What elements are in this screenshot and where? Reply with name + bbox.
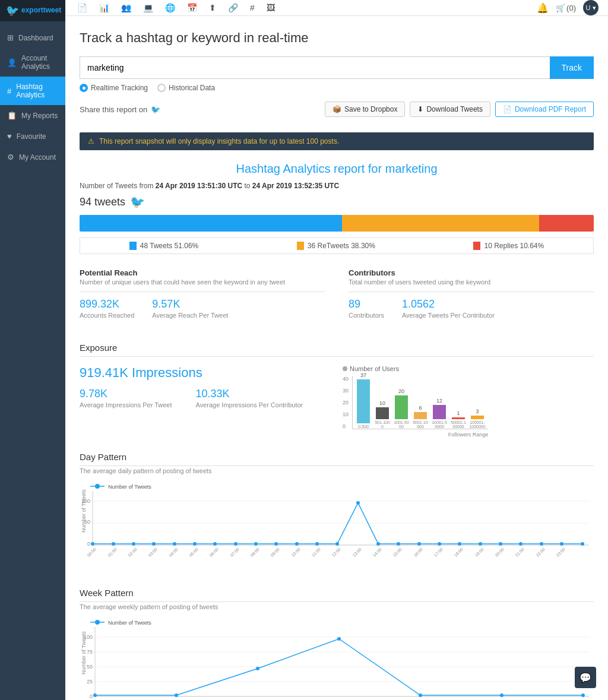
retweets-legend-label: 36 ReTweets 38.30% xyxy=(308,242,375,250)
tweets-legend: 48 Tweets 51.06% xyxy=(129,242,199,250)
date-range: Number of Tweets from 24 Apr 2019 13:51:… xyxy=(80,182,594,190)
svg-point-17 xyxy=(193,542,197,546)
svg-point-16 xyxy=(173,542,176,546)
download-tweets-button[interactable]: ⬇ Download Tweets xyxy=(410,102,490,117)
contributors-count: 89 Contributors xyxy=(349,298,384,319)
impressions-number: 919.41K xyxy=(80,365,128,380)
notification-bell-icon[interactable]: 🔔 xyxy=(537,2,549,14)
svg-text:75: 75 xyxy=(87,649,93,655)
svg-point-24 xyxy=(335,542,339,546)
nav-upload-icon[interactable]: ⬆ xyxy=(207,1,218,15)
tracking-options: Realtime Tracking Historical Data xyxy=(80,84,594,92)
realtime-radio[interactable] xyxy=(80,84,88,92)
stats-section: Potential Reach Number of unique users t… xyxy=(80,268,594,328)
contributors-title: Contributors xyxy=(349,268,594,277)
historical-tracking-option[interactable]: Historical Data xyxy=(157,84,215,92)
account-icon: 👤 xyxy=(7,58,17,67)
svg-text:12:00: 12:00 xyxy=(331,547,341,557)
pdf-icon: 📄 xyxy=(503,105,512,113)
nav-calendar-icon[interactable]: 📅 xyxy=(185,1,200,15)
cart-button[interactable]: 🛒 (0) xyxy=(556,4,576,12)
svg-point-34 xyxy=(540,542,543,546)
nav-image-icon[interactable]: 🖼 xyxy=(264,1,277,15)
avg-impressions-tweet-label: Average Impressions Per Tweet xyxy=(80,401,172,408)
nav-hash-icon[interactable]: # xyxy=(248,1,257,15)
avatar[interactable]: U ▾ xyxy=(583,0,598,15)
nav-right: 🔔 🛒 (0) U ▾ xyxy=(537,0,598,15)
search-input[interactable] xyxy=(80,56,550,79)
track-button[interactable]: Track xyxy=(550,56,594,79)
svg-text:15:00: 15:00 xyxy=(392,547,403,557)
download-icon: ⬇ xyxy=(417,105,423,113)
bar-value: 1 xyxy=(457,410,460,416)
action-buttons: 📦 Save to Dropbox ⬇ Download Tweets 📄 Do… xyxy=(325,102,594,117)
bar-rect xyxy=(433,405,446,419)
sidebar: 🐦 exporttweet ⊞ Dashboard 👤 Account Anal… xyxy=(0,0,65,700)
sidebar-item-hashtag-analytics[interactable]: # Hashtag Analytics xyxy=(0,77,65,105)
sidebar-label-dashboard: Dashboard xyxy=(18,34,53,42)
nav-globe-icon[interactable]: 🌐 xyxy=(163,1,178,15)
impressions-label: Impressions xyxy=(132,365,202,380)
sidebar-item-dashboard[interactable]: ⊞ Dashboard xyxy=(0,27,65,48)
nav-monitor-icon[interactable]: 💻 xyxy=(141,1,156,15)
avg-reach-label: Average Reach Per Tweet xyxy=(152,312,228,319)
bar-label: 50001-100000 xyxy=(450,420,467,429)
sidebar-item-account-analytics[interactable]: 👤 Account Analytics xyxy=(0,48,65,77)
bar-col: 65001-10000 xyxy=(412,405,429,429)
download-pdf-button[interactable]: 📄 Download PDF Report xyxy=(495,102,594,117)
historical-label: Historical Data xyxy=(169,84,215,92)
nav-users-icon[interactable]: 👥 xyxy=(119,1,134,15)
exposure-bar-chart: Number of Users 40 30 20 10 0 370-500105… xyxy=(343,365,594,438)
realtime-tracking-option[interactable]: Realtime Tracking xyxy=(80,84,148,92)
bar-value: 20 xyxy=(398,388,404,394)
svg-text:20:00: 20:00 xyxy=(495,547,505,557)
chat-button[interactable]: 💬 xyxy=(575,667,596,688)
svg-text:04:00: 04:00 xyxy=(169,547,179,557)
bar-value: 10 xyxy=(379,400,385,406)
nav-link-icon[interactable]: 🔗 xyxy=(226,1,240,15)
bar-value: 3 xyxy=(476,408,479,414)
svg-point-23 xyxy=(315,542,319,546)
svg-point-32 xyxy=(499,542,502,546)
accounts-reached-number: 899.32K xyxy=(80,298,134,311)
svg-text:25: 25 xyxy=(87,679,93,685)
bar-label: 10001-50000 xyxy=(431,420,448,429)
avg-impressions-contributor-number: 10.33K xyxy=(196,388,303,400)
svg-text:Number of Tweets: Number of Tweets xyxy=(81,489,87,533)
share-twitter-icon: 🐦 xyxy=(151,105,160,114)
nav-doc-icon[interactable]: 📄 xyxy=(75,1,90,15)
contributors-values: 89 Contributors 1.0562 Average Tweets Pe… xyxy=(349,298,594,319)
svg-text:08:00: 08:00 xyxy=(250,547,260,557)
sidebar-item-favourite[interactable]: ♥ Favourite xyxy=(0,126,65,147)
warning-text: This report snapshot will only display i… xyxy=(99,137,339,145)
potential-reach-subtitle: Number of unique users that could have s… xyxy=(80,278,325,286)
sidebar-item-my-reports[interactable]: 📋 My Reports xyxy=(0,105,65,126)
svg-point-22 xyxy=(295,542,299,546)
save-dropbox-button[interactable]: 📦 Save to Dropbox xyxy=(325,102,405,117)
exposure-left: 919.41K Impressions 9.78K Average Impres… xyxy=(80,365,331,408)
logo[interactable]: 🐦 exporttweet xyxy=(0,0,65,21)
nav-chart-icon[interactable]: 📊 xyxy=(97,1,112,15)
contributors-box: Contributors Total number of users tweet… xyxy=(349,268,594,319)
svg-point-15 xyxy=(152,542,156,546)
bar-label: 1001-5000 xyxy=(393,420,410,429)
exposure-sub-stats: 9.78K Average Impressions Per Tweet 10.3… xyxy=(80,388,331,408)
svg-point-20 xyxy=(254,542,258,546)
search-bar: Track xyxy=(80,56,594,79)
bar-legend: 48 Tweets 51.06% 36 ReTweets 38.30% 10 R… xyxy=(80,237,594,254)
contributors-count-number: 89 xyxy=(349,298,384,311)
exposure-section: Exposure 919.41K Impressions 9.78K Avera… xyxy=(80,343,594,438)
svg-text:00:00: 00:00 xyxy=(87,547,97,557)
sidebar-label-favourite: Favourite xyxy=(17,132,46,141)
svg-text:13:00: 13:00 xyxy=(352,547,362,557)
logo-text: exporttweet xyxy=(21,7,61,14)
sidebar-item-my-account[interactable]: ⚙ My Account xyxy=(0,147,65,167)
week-pattern-subtitle: The average weekly pattern of posting of… xyxy=(80,603,594,610)
tweets-bar xyxy=(80,215,342,232)
bar-col: 3100001-1000000 xyxy=(469,408,486,429)
svg-point-29 xyxy=(438,542,441,546)
svg-point-78 xyxy=(175,693,178,697)
bar-rect xyxy=(452,417,465,419)
historical-radio[interactable] xyxy=(157,84,166,92)
tweet-count: 94 tweets 🐦 xyxy=(80,195,594,209)
